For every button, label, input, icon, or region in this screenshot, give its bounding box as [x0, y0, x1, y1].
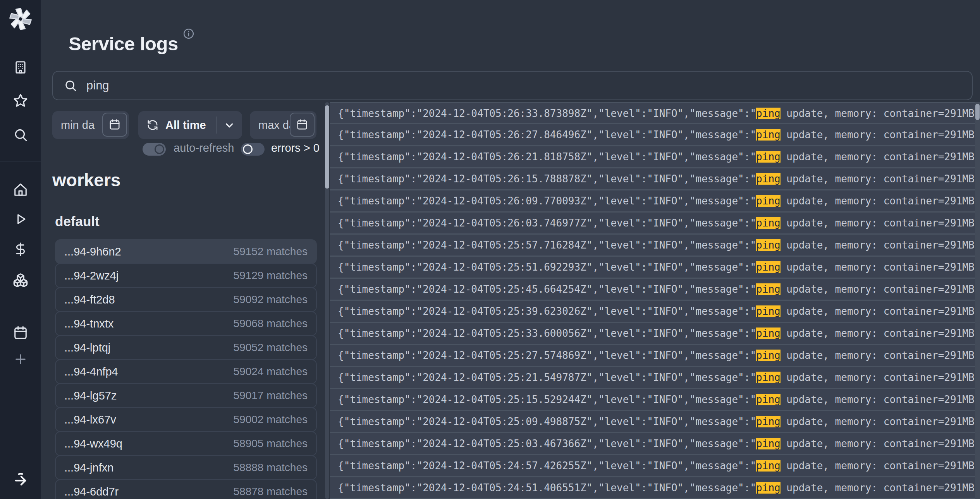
worker-group-name: default [55, 214, 100, 229]
log-line-text: update, memory: container=291MB [781, 195, 975, 207]
home-icon[interactable] [0, 181, 41, 198]
log-line[interactable]: {"timestamp":"2024-12-04T05:25:09.498875… [330, 411, 980, 433]
log-line-text: {"timestamp":"2024-12-04T05:26:21.818758… [338, 151, 756, 163]
worker-list-item[interactable]: ...94-lg57z59017 matches [55, 383, 317, 408]
boxes-icon[interactable] [0, 272, 41, 289]
log-line-text: {"timestamp":"2024-12-04T05:25:09.498875… [338, 416, 756, 427]
calendar-icon[interactable] [0, 324, 41, 341]
worker-match-count: 59002 matches [234, 413, 308, 426]
log-line[interactable]: {"timestamp":"2024-12-04T05:25:45.664254… [330, 279, 980, 301]
log-line-text: update, memory: container=291MB [781, 438, 975, 449]
worker-list-item[interactable]: ...94-lx67v59002 matches [55, 407, 317, 432]
worker-list-item[interactable]: ...94-2wz4j59129 matches [55, 263, 317, 288]
info-icon[interactable] [183, 28, 194, 39]
worker-list-item[interactable]: ...94-6dd7r58878 matches [55, 479, 317, 499]
worker-id: ...94-lg57z [64, 389, 117, 402]
worker-list-item[interactable]: ...94-9h6n259152 matches [55, 239, 317, 264]
log-line-text: update, memory: container=291MB [781, 482, 975, 494]
log-line-text: {"timestamp":"2024-12-04T05:25:33.600056… [338, 328, 756, 339]
auto-refresh-toggle[interactable] [143, 143, 166, 156]
log-line-text: update, memory: container=291MB [781, 261, 975, 273]
log-line[interactable]: {"timestamp":"2024-12-04T05:25:39.623026… [330, 301, 980, 323]
worker-list-item[interactable]: ...94-wx49q58905 matches [55, 431, 317, 456]
search-query-text: ping [86, 79, 109, 93]
windmill-logo[interactable] [0, 7, 41, 31]
log-line-text: update, memory: container=291MB [781, 394, 975, 405]
search-match-highlight: ping [756, 108, 781, 119]
chevron-down-icon[interactable] [224, 120, 235, 131]
building-icon[interactable] [0, 59, 41, 76]
log-line-text: {"timestamp":"2024-12-04T05:26:27.846496… [338, 129, 756, 141]
max-date-input[interactable]: max da [250, 111, 316, 139]
star-icon[interactable] [0, 92, 41, 109]
search-match-highlight: ping [756, 151, 781, 163]
worker-match-count: 58878 matches [234, 485, 308, 498]
workers-heading: workers [52, 170, 120, 190]
log-search-input[interactable]: ping [52, 71, 973, 100]
worker-id: ...94-9h6n2 [64, 245, 121, 258]
log-line[interactable]: {"timestamp":"2024-12-04T05:25:03.467366… [330, 433, 980, 455]
button-divider [216, 117, 217, 134]
page-title: Service logs [69, 33, 178, 55]
scrollbar-thumb[interactable] [325, 105, 329, 189]
log-line-text: {"timestamp":"2024-12-04T05:26:09.770093… [338, 195, 756, 207]
log-line[interactable]: {"timestamp":"2024-12-04T05:26:15.788878… [330, 168, 980, 190]
search-match-highlight: ping [756, 350, 781, 361]
worker-id: ...94-4nfp4 [64, 365, 118, 378]
log-line[interactable]: {"timestamp":"2024-12-04T05:25:51.692293… [330, 257, 980, 279]
log-line[interactable]: {"timestamp":"2024-12-04T05:26:03.746977… [330, 213, 980, 235]
log-line-text: update, memory: container=291MB [781, 416, 975, 427]
log-line[interactable]: {"timestamp":"2024-12-04T05:25:15.529244… [330, 389, 980, 411]
log-line-text: update, memory: container=291MB [781, 460, 975, 472]
log-line-text: update, memory: container=291MB [781, 328, 975, 339]
log-line[interactable]: {"timestamp":"2024-12-04T05:26:33.873898… [330, 102, 980, 124]
log-line-text: {"timestamp":"2024-12-04T05:26:03.746977… [338, 217, 756, 229]
worker-match-count: 58905 matches [234, 437, 308, 450]
worker-list-item[interactable]: ...94-4nfp459024 matches [55, 359, 317, 384]
max-date-calendar-button[interactable] [290, 113, 315, 137]
worker-list-item[interactable]: ...94-tnxtx59068 matches [55, 311, 317, 336]
search-icon[interactable] [0, 126, 41, 143]
toggle-knob [243, 144, 253, 154]
log-line[interactable]: {"timestamp":"2024-12-04T05:25:33.600056… [330, 323, 980, 345]
dollar-icon[interactable] [0, 241, 41, 258]
log-scrollbar-vertical[interactable] [325, 102, 329, 499]
log-line[interactable]: {"timestamp":"2024-12-04T05:25:21.549787… [330, 367, 980, 389]
log-line[interactable]: {"timestamp":"2024-12-04T05:25:57.716284… [330, 235, 980, 257]
worker-match-count: 58888 matches [234, 461, 308, 474]
log-line[interactable]: {"timestamp":"2024-12-04T05:25:27.574869… [330, 345, 980, 367]
calendar-icon [109, 119, 120, 130]
search-match-highlight: ping [756, 394, 781, 405]
log-line[interactable]: {"timestamp":"2024-12-04T05:26:27.846496… [330, 124, 980, 146]
search-match-highlight: ping [756, 372, 781, 383]
search-match-highlight: ping [756, 129, 781, 141]
log-line[interactable]: {"timestamp":"2024-12-04T05:24:51.406551… [330, 477, 980, 499]
refresh-icon [147, 119, 158, 131]
worker-id: ...94-lptqj [64, 341, 110, 354]
expand-arrow-icon[interactable] [0, 470, 41, 489]
play-icon[interactable] [0, 211, 41, 228]
log-panel: {"timestamp":"2024-12-04T05:26:33.873898… [330, 102, 980, 499]
log-line[interactable]: {"timestamp":"2024-12-04T05:24:57.426255… [330, 455, 980, 477]
plus-icon[interactable] [0, 351, 41, 368]
scrollbar-thumb[interactable] [975, 104, 980, 120]
log-line-text: update, memory: container=291MB [781, 151, 975, 163]
search-match-highlight: ping [756, 305, 781, 317]
log-scrollbar-right[interactable] [975, 102, 980, 499]
min-date-input[interactable]: min da [52, 111, 129, 139]
log-line[interactable]: {"timestamp":"2024-12-04T05:26:09.770093… [330, 190, 980, 213]
log-line-text: {"timestamp":"2024-12-04T05:24:57.426255… [338, 460, 756, 472]
search-match-highlight: ping [756, 217, 781, 229]
time-range-button[interactable]: All time [138, 111, 242, 139]
errors-toggle[interactable] [241, 143, 265, 156]
search-match-highlight: ping [756, 173, 781, 185]
worker-list-item[interactable]: ...94-lptqj59052 matches [55, 335, 317, 360]
search-match-highlight: ping [756, 328, 781, 339]
min-date-calendar-button[interactable] [102, 113, 127, 137]
search-match-highlight: ping [756, 261, 781, 273]
log-line[interactable]: {"timestamp":"2024-12-04T05:26:21.818758… [330, 146, 980, 168]
worker-list-item[interactable]: ...94-ft2d859092 matches [55, 287, 317, 312]
log-line-text: {"timestamp":"2024-12-04T05:25:27.574869… [338, 350, 756, 361]
toggle-knob [155, 144, 164, 154]
worker-list-item[interactable]: ...94-jnfxn58888 matches [55, 455, 317, 480]
